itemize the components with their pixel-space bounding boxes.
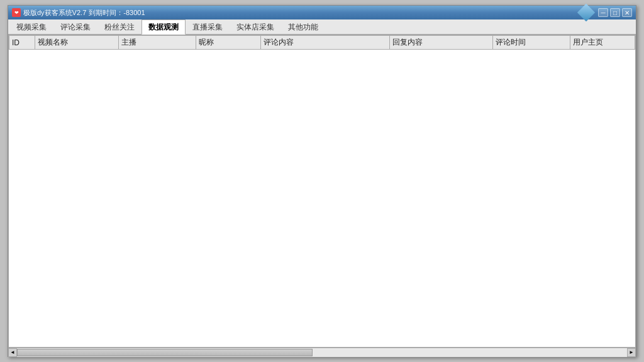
scroll-thumb[interactable] <box>17 349 313 356</box>
tab-video[interactable]: 视频采集 <box>9 19 53 34</box>
close-button[interactable]: ✕ <box>622 8 632 17</box>
tab-live[interactable]: 直播采集 <box>186 19 230 34</box>
scroll-right-button[interactable]: ► <box>627 348 636 357</box>
logo-diamond <box>577 4 595 21</box>
app-icon: ❤ <box>12 8 21 17</box>
col-nickname: 昵称 <box>196 36 261 50</box>
col-reply: 回复内容 <box>390 36 493 50</box>
scroll-track[interactable] <box>17 348 627 357</box>
title-left: ❤ 极版dy获客系统V2.7 到期时间：-83001 <box>12 8 145 18</box>
maximize-button[interactable]: □ <box>610 8 620 17</box>
tab-other[interactable]: 其他功能 <box>281 19 325 34</box>
col-comment: 评论内容 <box>261 36 390 50</box>
app-window: ❤ 极版dy获客系统V2.7 到期时间：-83001 ─ □ ✕ 视频采集 评论… <box>8 5 636 357</box>
col-time: 评论时间 <box>493 36 570 50</box>
tab-comment[interactable]: 评论采集 <box>53 19 97 34</box>
minimize-button[interactable]: ─ <box>598 8 608 17</box>
table-container[interactable]: ID 视频名称 主播 昵称 评论内容 回复内容 评论时间 用户主页 <box>8 35 636 348</box>
horizontal-scrollbar[interactable]: ◄ ► <box>8 348 636 356</box>
nav-bar: 视频采集 评论采集 粉丝关注 数据观测 直播采集 实体店采集 其他功能 <box>8 19 636 35</box>
col-host: 主播 <box>119 36 196 50</box>
title-bar: ❤ 极版dy获客系统V2.7 到期时间：-83001 ─ □ ✕ <box>8 6 636 19</box>
logo <box>576 4 596 21</box>
col-id: ID <box>9 36 35 50</box>
col-homepage: 用户主页 <box>570 36 635 50</box>
expire-label: 到期时间：-83001 <box>89 8 145 18</box>
data-table: ID 视频名称 主播 昵称 评论内容 回复内容 评论时间 用户主页 <box>9 35 635 50</box>
app-title: 极版dy获客系统V2.7 <box>23 8 86 18</box>
tab-store[interactable]: 实体店采集 <box>230 19 281 34</box>
tab-fans[interactable]: 粉丝关注 <box>97 19 142 34</box>
scroll-left-button[interactable]: ◄ <box>8 348 17 357</box>
col-video-name: 视频名称 <box>35 36 119 50</box>
tab-data[interactable]: 数据观测 <box>142 19 186 35</box>
table-header-row: ID 视频名称 主播 昵称 评论内容 回复内容 评论时间 用户主页 <box>9 36 635 50</box>
window-controls: ─ □ ✕ <box>576 4 632 21</box>
